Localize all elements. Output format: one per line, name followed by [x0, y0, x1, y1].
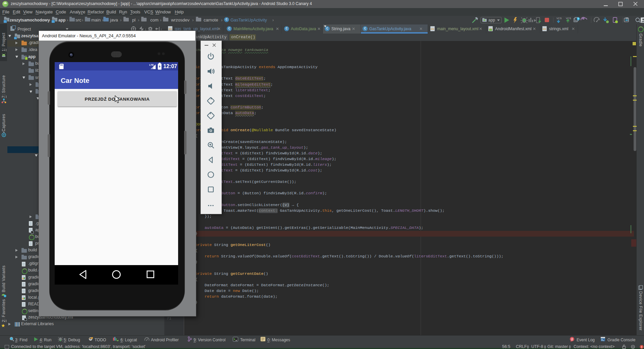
svg-text:!: !	[641, 345, 642, 349]
svg-text:VCS: VCS	[556, 17, 561, 20]
svg-text:2: 2	[571, 338, 573, 341]
svg-text:app: app	[488, 18, 495, 22]
svg-text:VCS: VCS	[566, 17, 571, 20]
